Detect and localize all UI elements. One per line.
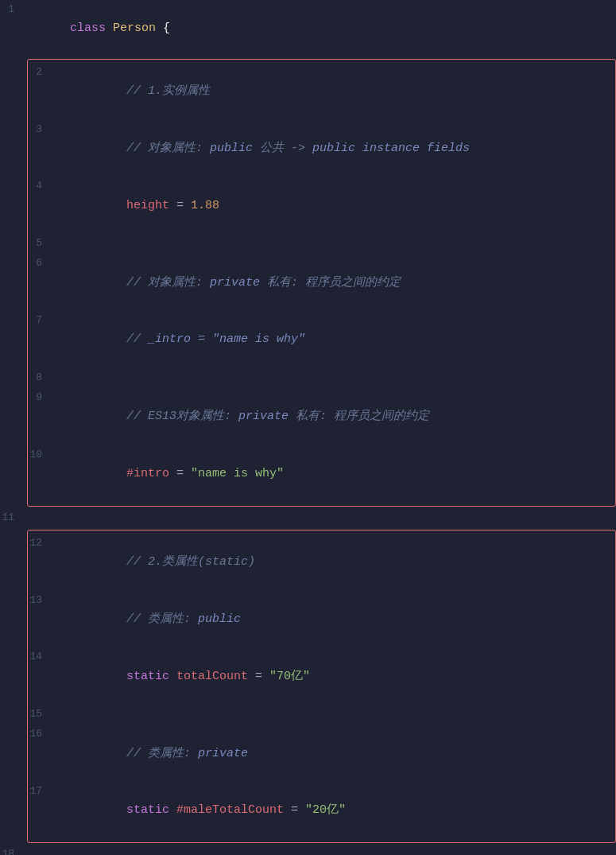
line-content-2: // 1.实例属性 — [50, 64, 609, 119]
op-4: = — [169, 199, 191, 212]
box-line-12: 12 // 2.类属性(static) — [28, 534, 609, 591]
box-line-17: 17 static #maleTotalCount = "20亿" — [28, 782, 609, 839]
kw-static-2: static — [112, 803, 176, 817]
comment-9: // ES13对象属性: private 私有: 程序员之间的约定 — [112, 410, 429, 423]
code-editor: 1 class Person { 2 // 1.实例属性 3 // 对象属性: … — [0, 0, 616, 855]
box-line-3: 3 // 对象属性: public 公共 -> public instance … — [28, 120, 609, 177]
brace-open: { — [163, 21, 170, 35]
prop-height: height — [112, 199, 169, 212]
line-num-3: 3 — [28, 121, 50, 138]
val-height: 1.88 — [191, 199, 219, 212]
line-1: 1 class Person { — [0, 0, 616, 57]
box-line-7: 7 // _intro = "name is why" — [28, 311, 609, 368]
line-num-14: 14 — [28, 648, 50, 665]
line-content-6: // 对象属性: private 私有: 程序员之间的约定 — [50, 255, 609, 310]
kw-static-1: static — [112, 670, 176, 683]
line-content-17: static #maleTotalCount = "20亿" — [50, 783, 609, 838]
str-intro: "name is why" — [191, 467, 284, 480]
line-num-7: 7 — [28, 312, 50, 328]
comment-6: // 对象属性: private 私有: 程序员之间的约定 — [112, 276, 401, 290]
comment-7: // _intro = "name is why" — [112, 332, 305, 346]
keyword-class: class — [70, 21, 113, 35]
box-line-2: 2 // 1.实例属性 — [28, 63, 609, 120]
hash-intro: #intro — [112, 467, 169, 480]
line-num-1: 1 — [0, 1, 22, 17]
box-instance-fields: 2 // 1.实例属性 3 // 对象属性: public 公共 -> publ… — [27, 59, 616, 507]
line-num-11: 11 — [0, 509, 22, 526]
line-content-13: // 类属性: public — [50, 592, 609, 647]
line-content-8 — [50, 369, 609, 387]
line-num-16: 16 — [28, 725, 50, 742]
str-totalcount: "70亿" — [269, 670, 310, 683]
box-line-14: 14 static totalCount = "70亿" — [28, 647, 609, 705]
line-num-9: 9 — [28, 389, 50, 406]
op-10: = — [169, 467, 191, 480]
comment-3: // 对象属性: public 公共 -> public instance fi… — [112, 142, 470, 155]
line-num-5: 5 — [28, 235, 50, 251]
line-num-10: 10 — [28, 446, 50, 463]
line-content-5 — [50, 235, 609, 253]
line-content-3: // 对象属性: public 公共 -> public instance fi… — [50, 121, 609, 177]
comment-2: // 1.实例属性 — [112, 84, 210, 98]
line-num-2: 2 — [28, 64, 50, 80]
box-line-5: 5 — [28, 234, 609, 254]
line-num-12: 12 — [28, 534, 50, 551]
comment-16: // 类属性: private — [112, 747, 248, 760]
comment-13: // 类属性: public — [112, 612, 241, 626]
line-num-4: 4 — [28, 177, 50, 194]
box-line-9: 9 // ES13对象属性: private 私有: 程序员之间的约定 — [28, 388, 609, 445]
line-content-14: static totalCount = "70亿" — [50, 648, 609, 704]
box-line-8: 8 — [28, 368, 609, 388]
line-content-11 — [22, 509, 616, 527]
line-11: 11 — [0, 508, 616, 528]
line-content-15 — [50, 705, 609, 724]
box-line-16: 16 // 类属性: private — [28, 725, 609, 782]
op-17: = — [284, 803, 305, 817]
op-14: = — [248, 670, 269, 683]
line-num-15: 15 — [28, 705, 50, 722]
box-class-fields: 12 // 2.类属性(static) 13 // 类属性: public 14… — [27, 530, 616, 843]
line-num-8: 8 — [28, 369, 50, 386]
box-line-4: 4 height = 1.88 — [28, 177, 609, 234]
box-line-6: 6 // 对象属性: private 私有: 程序员之间的约定 — [28, 254, 609, 311]
str-maletotalcount: "20亿" — [305, 803, 346, 817]
box-line-10: 10 #intro = "name is why" — [28, 445, 609, 503]
line-num-6: 6 — [28, 255, 50, 271]
comment-12: // 2.类属性(static) — [112, 555, 255, 569]
line-num-17: 17 — [28, 783, 50, 799]
line-content-4: height = 1.88 — [50, 177, 609, 233]
line-content-7: // _intro = "name is why" — [50, 312, 609, 367]
line-num-18: 18 — [0, 845, 22, 855]
line-content-16: // 类属性: private — [50, 725, 609, 781]
line-num-13: 13 — [28, 592, 50, 608]
hash-maletotalcount: #maleTotalCount — [176, 803, 284, 817]
box-line-13: 13 // 类属性: public — [28, 591, 609, 648]
class-name: Person — [113, 21, 163, 35]
line-content-18 — [22, 845, 616, 855]
line-18: 18 — [0, 845, 616, 855]
line-content-9: // ES13对象属性: private 私有: 程序员之间的约定 — [50, 389, 609, 445]
prop-totalcount: totalCount — [176, 670, 248, 683]
line-content-1: class Person { — [22, 1, 616, 56]
line-content-12: // 2.类属性(static) — [50, 534, 609, 590]
box-line-15: 15 — [28, 705, 609, 725]
line-content-10: #intro = "name is why" — [50, 446, 609, 502]
